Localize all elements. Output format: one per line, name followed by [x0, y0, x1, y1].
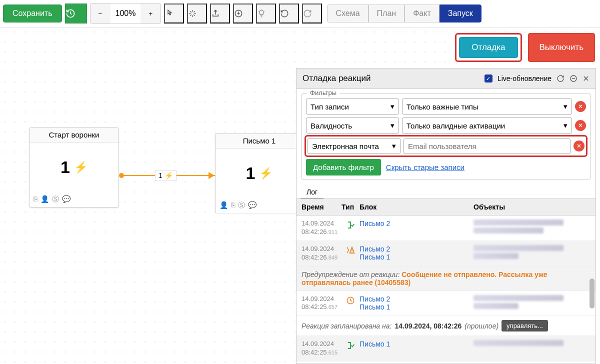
log-row: 14.09.202408:42:26.849 Письмо 2Письмо 1	[296, 241, 596, 266]
filter-key-select[interactable]: Электронная почта▾	[308, 138, 400, 154]
filter-val-select[interactable]: Только важные типы▾	[402, 98, 572, 114]
col-type: Тип	[342, 203, 360, 211]
obj-blur	[474, 295, 590, 312]
off-button[interactable]: Выключить	[528, 33, 595, 62]
clock-icon	[342, 295, 360, 312]
panel-title: Отладка реакций	[302, 74, 370, 84]
block-link[interactable]: Письмо 2	[360, 245, 474, 253]
download-button[interactable]	[233, 4, 253, 24]
filter-delete-button[interactable]: ✕	[574, 140, 584, 152]
zoom-out-button[interactable]: −	[90, 4, 110, 24]
log-row: 14.09.202408:42:26.911 Письмо 2	[296, 216, 596, 241]
tab-fact[interactable]: Факт	[404, 4, 440, 22]
node-start[interactable]: Старт воронки 1⚡ ⎘ 👤 Ⓢ 💬	[29, 127, 119, 208]
filter-delete-button[interactable]: ✕	[575, 101, 586, 112]
debug-panel: Отладка реакций ✓ Live-обновление Фильтр…	[296, 68, 596, 364]
obj-blur	[474, 220, 590, 236]
warning-icon	[342, 245, 360, 262]
magic-button[interactable]	[187, 4, 207, 24]
scrollbar[interactable]	[590, 278, 594, 308]
filters-box: Фильтры Тип записи▾ Только важные типы▾ …	[302, 93, 590, 180]
user-icon: 👤	[220, 201, 228, 210]
node-title: Письмо 1	[216, 134, 303, 148]
tab-scheme[interactable]: Схема	[327, 4, 368, 22]
warning-row: Предупреждение от реакции: Сообщение не …	[296, 266, 596, 291]
hide-old-link[interactable]: Скрыть старые записи	[386, 163, 464, 172]
obj-blur	[474, 245, 590, 262]
node-letter1[interactable]: Письмо 1 1⚡ 👤 ⎘ Ⓢ 💬	[215, 133, 303, 213]
chevron-down-icon: ▾	[392, 142, 396, 150]
block-link[interactable]: Письмо 2	[360, 295, 474, 303]
pointer-button[interactable]	[164, 4, 184, 24]
chevron-down-icon: ▾	[390, 102, 394, 111]
toolbar: Сохранить − 100% + Схема План Факт Запус…	[0, 0, 600, 28]
canvas[interactable]: Отладка Выключить Старт воронки 1⚡ ⎘ 👤 Ⓢ…	[0, 27, 600, 364]
manage-button[interactable]: управлять...	[502, 320, 548, 332]
copy-icon: ⎘	[231, 201, 235, 210]
node-footer: 👤 ⎘ Ⓢ 💬	[216, 198, 303, 213]
email-input[interactable]	[404, 138, 570, 154]
email-filter-highlight: Электронная почта▾ ✕	[304, 135, 588, 157]
share-button[interactable]	[210, 4, 230, 24]
save-button[interactable]: Сохранить	[3, 4, 62, 22]
svg-point-6	[352, 252, 352, 252]
history-button[interactable]	[65, 4, 87, 24]
live-label: Live-обновление	[498, 74, 552, 82]
tab-plan[interactable]: План	[368, 4, 405, 22]
node-footer: ⎘ 👤 Ⓢ 💬	[30, 192, 118, 207]
view-tabs: Схема План Факт Запуск	[327, 4, 481, 22]
user-icon: 👤	[40, 195, 49, 204]
filter-key-select[interactable]: Тип записи▾	[306, 98, 399, 114]
log-row: 14.09.202408:42:25.657 Письмо 2Письмо 1	[296, 291, 596, 316]
success-icon	[342, 220, 360, 236]
copy-icon: ⎘	[34, 195, 38, 204]
bolt-icon: ⚡	[74, 161, 88, 174]
col-time: Время	[302, 203, 342, 211]
debug-button[interactable]: Отладка	[459, 37, 518, 58]
filter-key-select[interactable]: Валидность▾	[306, 118, 399, 134]
block-link[interactable]: Письмо 1	[360, 340, 474, 348]
money-icon: Ⓢ	[52, 195, 59, 204]
node-count: 1	[246, 164, 256, 183]
zoom-group: − 100% +	[90, 3, 162, 24]
node-title: Старт воронки	[30, 128, 118, 142]
log-tab[interactable]: Лог	[300, 185, 324, 198]
refresh-icon[interactable]	[556, 74, 564, 82]
idea-button[interactable]	[256, 4, 276, 24]
block-link[interactable]: Письмо 1	[360, 303, 474, 311]
tab-run[interactable]: Запуск	[440, 4, 482, 22]
success-icon	[342, 340, 360, 357]
block-link[interactable]: Письмо 2	[360, 220, 474, 228]
zoom-value: 100%	[110, 5, 141, 22]
undo-button[interactable]	[279, 4, 299, 24]
connector-label: 1⚡	[155, 170, 176, 181]
col-block: Блок	[360, 203, 474, 211]
add-filter-button[interactable]: Добавить фильтр	[306, 159, 381, 176]
plan-row: Реакция запланирована на: 14.09.2024, 08…	[296, 316, 596, 336]
zoom-in-button[interactable]: +	[140, 4, 160, 24]
chevron-down-icon: ▾	[390, 121, 394, 130]
chevron-down-icon: ▾	[564, 121, 568, 130]
col-obj: Объекты	[474, 203, 590, 211]
block-link[interactable]: Письмо 1	[360, 253, 474, 261]
filter-delete-button[interactable]: ✕	[575, 120, 586, 131]
minimize-icon[interactable]	[570, 74, 578, 82]
log-row: 14.09.202408:42:25.615 Письмо 1	[296, 336, 596, 362]
live-checkbox[interactable]: ✓	[484, 74, 492, 82]
money-icon: Ⓢ	[238, 201, 245, 210]
chat-icon: 💬	[248, 201, 256, 210]
panel-header: Отладка реакций ✓ Live-обновление	[296, 68, 596, 89]
log-header: Время Тип Блок Объекты	[296, 198, 596, 216]
node-count: 1	[60, 158, 70, 177]
debug-highlight: Отладка	[455, 33, 522, 62]
bolt-icon: ⚡	[259, 167, 272, 180]
obj-blur	[474, 340, 590, 357]
log-body[interactable]: 14.09.202408:42:26.911 Письмо 2 14.09.20…	[296, 216, 596, 364]
close-icon[interactable]	[582, 75, 590, 82]
filter-val-select[interactable]: Только валидные активации▾	[402, 118, 572, 134]
filters-label: Фильтры	[307, 89, 340, 96]
redo-button[interactable]	[302, 4, 322, 24]
chevron-down-icon: ▾	[564, 102, 568, 111]
chat-icon: 💬	[62, 195, 70, 204]
action-bar: Отладка Выключить	[455, 33, 595, 62]
